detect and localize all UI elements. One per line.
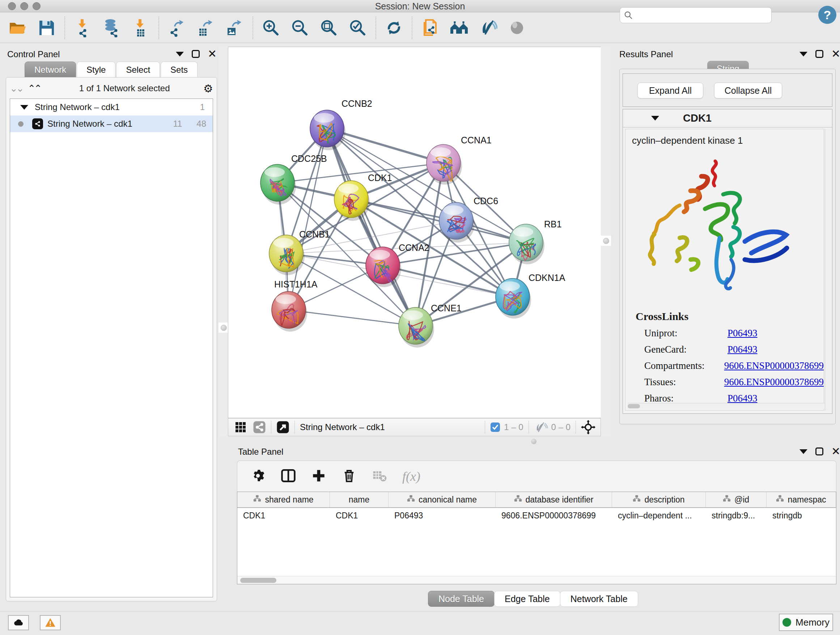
- crosslink-link[interactable]: 9606.ENSP00000378699: [724, 377, 824, 388]
- network-node-ccna2[interactable]: CCNA2: [366, 242, 429, 287]
- panel-menu-icon[interactable]: [176, 52, 184, 57]
- birdseye-view-icon[interactable]: [276, 421, 289, 434]
- splitter-knob[interactable]: [221, 325, 227, 331]
- hidden-eye-icon[interactable]: [534, 421, 548, 433]
- table-row[interactable]: CDK1CDK1P064939606.ENSP00000378699cyclin…: [237, 508, 836, 523]
- network-node-ccne1[interactable]: CCNE1: [399, 303, 462, 348]
- memory-button[interactable]: Memory: [779, 614, 833, 631]
- results-vertical-scrollbar[interactable]: [825, 129, 831, 410]
- node-section-header[interactable]: CDK1: [623, 109, 832, 127]
- search-field[interactable]: [620, 7, 772, 23]
- expand-all-button[interactable]: Expand All: [638, 82, 703, 98]
- network-edge[interactable]: [289, 310, 416, 326]
- open-session-icon[interactable]: [8, 18, 27, 38]
- delete-column-icon[interactable]: [341, 468, 357, 485]
- table-cell[interactable]: P06493: [388, 508, 496, 523]
- node-table[interactable]: shared namenamecanonical namedatabase id…: [237, 492, 836, 584]
- table-cell[interactable]: CDK1: [330, 508, 388, 523]
- grid-view-icon[interactable]: [235, 421, 246, 433]
- import-network-from-database-icon[interactable]: [102, 18, 122, 38]
- panel-float-icon[interactable]: [192, 50, 200, 58]
- column-header-canonical-name[interactable]: canonical name: [388, 492, 496, 507]
- export-table-icon[interactable]: [196, 18, 216, 38]
- graphics-detail-icon[interactable]: [507, 18, 527, 38]
- crosslink-label: Uniprot:: [644, 328, 728, 339]
- save-session-icon[interactable]: [37, 18, 57, 38]
- network-node-rb1[interactable]: RB1: [509, 219, 562, 264]
- crosslink-link[interactable]: P06493: [728, 344, 758, 355]
- panel-close-icon[interactable]: ✕: [831, 448, 840, 455]
- column-header-shared-name[interactable]: shared name: [237, 492, 330, 507]
- zoom-in-icon[interactable]: [261, 18, 281, 38]
- collapse-all-button[interactable]: Collapse All: [714, 82, 782, 98]
- table-options-gear-icon[interactable]: [250, 468, 265, 485]
- split-panel-icon[interactable]: [281, 468, 296, 485]
- splitter-knob[interactable]: [603, 238, 609, 244]
- search-input[interactable]: [633, 8, 771, 22]
- zoom-out-icon[interactable]: [290, 18, 309, 38]
- column-header-database-identifier[interactable]: database identifier: [496, 492, 612, 507]
- column-header-namespac[interactable]: namespac: [767, 492, 836, 507]
- tab-edge-table[interactable]: Edge Table: [494, 591, 561, 607]
- add-column-icon[interactable]: [311, 468, 326, 485]
- section-expander-icon[interactable]: [651, 116, 659, 120]
- selected-checkbox-icon[interactable]: [490, 422, 500, 432]
- fit-selected-crosshair-icon[interactable]: [581, 420, 595, 434]
- table-cell[interactable]: stringdb:9...: [706, 508, 767, 523]
- tab-select[interactable]: Select: [116, 62, 160, 78]
- crosslink-link[interactable]: P06493: [728, 393, 758, 404]
- panel-close-icon[interactable]: ✕: [831, 50, 840, 58]
- tab-network[interactable]: Network: [25, 62, 76, 78]
- column-header-description[interactable]: description: [612, 492, 706, 507]
- table-cell[interactable]: 9606.ENSP00000378699: [496, 508, 612, 523]
- network-collection-row[interactable]: String Network – cdk1 1: [10, 99, 213, 116]
- network-row[interactable]: String Network – cdk1 11 48: [10, 116, 213, 132]
- table-horizontal-scrollbar[interactable]: [237, 576, 836, 584]
- panel-float-icon[interactable]: [815, 448, 823, 455]
- help-button[interactable]: ?: [818, 6, 836, 24]
- crosslink-link[interactable]: P06493: [728, 328, 758, 339]
- import-network-icon[interactable]: [73, 18, 93, 38]
- network-node-hist1h1a[interactable]: HIST1H1A: [272, 279, 317, 332]
- right-splitter[interactable]: [601, 46, 611, 437]
- table-cell[interactable]: stringdb: [767, 508, 836, 523]
- tab-node-table[interactable]: Node Table: [428, 591, 494, 607]
- refresh-icon[interactable]: [384, 18, 404, 38]
- network-node-cdc25b[interactable]: CDC25B: [261, 154, 327, 204]
- horizontal-splitter-knob[interactable]: [531, 439, 537, 444]
- results-horizontal-scrollbar[interactable]: [628, 403, 827, 409]
- network-edge[interactable]: [327, 128, 416, 326]
- expand-all-networks-icon[interactable]: ⌃⌃: [28, 83, 41, 94]
- show-all-icon[interactable]: [449, 18, 469, 38]
- hide-selected-icon[interactable]: [478, 18, 498, 38]
- cloud-button[interactable]: [8, 615, 29, 630]
- open-stringapp-icon[interactable]: [420, 18, 440, 38]
- panel-close-icon[interactable]: ✕: [208, 50, 217, 58]
- network-node-cdkn1a[interactable]: CDKN1A: [496, 272, 565, 318]
- zoom-selected-icon[interactable]: [348, 18, 368, 38]
- network-node-cdc6[interactable]: CDC6: [439, 196, 498, 242]
- collapse-all-networks-icon[interactable]: ⌄⌄: [10, 83, 23, 94]
- panel-menu-icon[interactable]: [799, 449, 807, 454]
- network-canvas[interactable]: CCNB2CCNA1CDC25BCDK1CDC6RB1CCNB1CCNA2CDK…: [228, 47, 601, 418]
- panel-menu-icon[interactable]: [799, 52, 807, 57]
- collection-expander-icon[interactable]: [20, 105, 28, 110]
- string-style-icon[interactable]: [253, 421, 266, 434]
- export-network-icon[interactable]: [167, 18, 187, 38]
- warnings-button[interactable]: [40, 615, 61, 630]
- table-cell[interactable]: CDK1: [237, 508, 330, 523]
- network-node-ccnb2[interactable]: CCNB2: [310, 98, 372, 150]
- column-header--id[interactable]: @id: [706, 492, 767, 507]
- network-options-gear-icon[interactable]: ⚙: [203, 82, 213, 95]
- column-header-name[interactable]: name: [330, 492, 388, 507]
- tab-sets[interactable]: Sets: [161, 62, 197, 78]
- tab-network-table[interactable]: Network Table: [560, 591, 638, 607]
- crosslink-link[interactable]: 9606.ENSP00000378699: [724, 360, 824, 371]
- panel-float-icon[interactable]: [815, 50, 823, 58]
- zoom-fit-icon[interactable]: [319, 18, 339, 38]
- import-table-icon[interactable]: [131, 18, 150, 38]
- table-cell[interactable]: cyclin–dependent ...: [612, 508, 706, 523]
- left-splitter[interactable]: [218, 46, 229, 437]
- export-image-icon[interactable]: [225, 18, 245, 38]
- tab-style[interactable]: Style: [77, 62, 115, 78]
